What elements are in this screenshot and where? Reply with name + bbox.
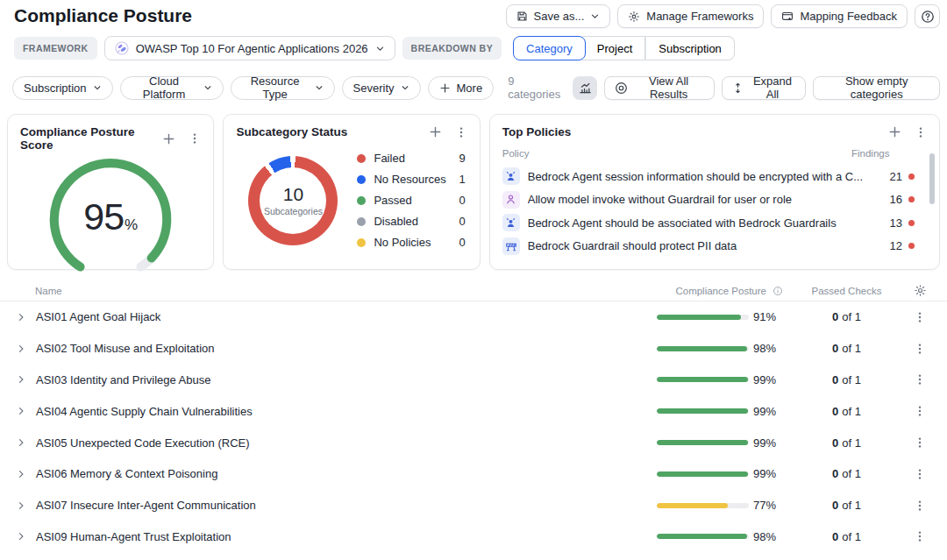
- score-value: 95: [83, 195, 124, 238]
- posture-percent: 98%: [753, 530, 783, 543]
- row-menu-icon[interactable]: [914, 405, 926, 417]
- chevron-right-icon[interactable]: [16, 437, 26, 448]
- save-as-button[interactable]: Save as...: [506, 4, 611, 28]
- passed-checks: 0of 1: [794, 499, 900, 512]
- policy-row[interactable]: Bedrock Agent session information should…: [502, 165, 927, 188]
- table-row[interactable]: ASI10 Rogue Agents 99% 0of 1: [0, 552, 947, 560]
- help-button[interactable]: [915, 4, 940, 28]
- chevron-right-icon[interactable]: [16, 531, 26, 542]
- legend-dot: [357, 196, 366, 205]
- show-empty-categories-button[interactable]: Show empty categories: [813, 76, 940, 100]
- row-menu-icon[interactable]: [914, 373, 926, 386]
- chevron-right-icon[interactable]: [16, 312, 26, 323]
- tab-subscription[interactable]: Subscription: [645, 36, 735, 60]
- mapping-feedback-button[interactable]: Mapping Feedback: [771, 4, 908, 28]
- add-widget-icon[interactable]: [888, 125, 901, 138]
- chevron-right-icon[interactable]: [16, 469, 26, 479]
- chevron-down-icon: [315, 83, 324, 92]
- score-gauge: 95 %: [20, 155, 201, 272]
- filter-bar: Subscription Cloud Platform Resource Typ…: [0, 60, 947, 101]
- column-passed-checks[interactable]: Passed Checks: [794, 286, 900, 296]
- framework-select[interactable]: OWASP Top 10 For Agentic Applications 20…: [104, 36, 395, 60]
- chevron-right-icon[interactable]: [16, 406, 26, 416]
- add-widget-icon[interactable]: [162, 132, 175, 145]
- row-menu-icon[interactable]: [914, 500, 926, 512]
- framework-label: FRAMEWORK: [14, 37, 97, 60]
- row-menu-icon[interactable]: [914, 436, 926, 449]
- info-icon[interactable]: [773, 286, 783, 296]
- filter-subscription[interactable]: Subscription: [12, 76, 113, 100]
- card-menu-icon[interactable]: [455, 126, 467, 138]
- posture-progress-bar: [657, 503, 749, 508]
- passed-checks: 0of 1: [794, 436, 900, 450]
- table-row[interactable]: ASI07 Insecure Inter-Agent Communication…: [0, 490, 947, 521]
- posture-progress-bar: [657, 534, 749, 539]
- filter-cloud-platform[interactable]: Cloud Platform: [120, 76, 224, 100]
- card-menu-icon[interactable]: [915, 126, 927, 138]
- view-all-results-button[interactable]: View All Results: [604, 76, 715, 100]
- scrollbar-thumb[interactable]: [929, 153, 935, 204]
- row-menu-icon[interactable]: [914, 468, 926, 480]
- posture-progress-bar: [657, 408, 749, 414]
- legend-dot: [357, 154, 366, 163]
- expand-all-button[interactable]: Expand All: [722, 76, 807, 100]
- chevron-down-icon: [590, 11, 600, 21]
- categories-count: 9 categories: [508, 74, 563, 101]
- chevron-right-icon[interactable]: [16, 374, 26, 385]
- table-row[interactable]: ASI03 Identity and Privilege Abuse 99% 0…: [0, 365, 947, 396]
- filter-severity[interactable]: Severity: [342, 76, 421, 100]
- guardrail-icon: [502, 237, 520, 255]
- policy-row[interactable]: Bedrock Guardrail should protect PII dat…: [502, 235, 927, 259]
- legend-item[interactable]: No Policies 0: [357, 236, 465, 249]
- posture-progress-bar: [657, 315, 749, 320]
- manage-frameworks-button[interactable]: Manage Frameworks: [617, 4, 764, 28]
- feedback-icon: [781, 11, 794, 23]
- passed-checks: 0of 1: [794, 405, 900, 418]
- row-menu-icon[interactable]: [914, 311, 926, 323]
- legend-item[interactable]: Failed 9: [357, 152, 465, 165]
- legend-item[interactable]: No Resources 1: [357, 173, 465, 186]
- passed-checks: 0of 1: [794, 373, 900, 386]
- save-icon: [516, 11, 528, 22]
- category-name: ASI09 Human-Agent Trust Exploitation: [36, 530, 231, 543]
- posture-progress-bar: [657, 377, 749, 382]
- table-settings-icon[interactable]: [914, 284, 927, 297]
- page-title: Compliance Posture: [14, 4, 192, 26]
- table-row[interactable]: ASI01 Agent Goal Hijack 91% 0of 1: [0, 301, 947, 333]
- column-compliance-posture[interactable]: Compliance Posture: [614, 286, 794, 296]
- owasp-logo-icon: [115, 41, 129, 55]
- filter-resource-type[interactable]: Resource Type: [231, 76, 335, 100]
- policy-row[interactable]: Allow model invoke without Guardrail for…: [502, 188, 927, 212]
- table-row[interactable]: ASI02 Tool Misuse and Exploitation 98% 0…: [0, 333, 947, 365]
- passed-checks: 0of 1: [794, 310, 900, 323]
- table-row[interactable]: ASI09 Human-Agent Trust Exploitation 98%…: [0, 521, 947, 553]
- chart-view-toggle[interactable]: [573, 76, 596, 100]
- card-title: Compliance Posture Score: [20, 125, 162, 152]
- row-menu-icon[interactable]: [914, 530, 926, 542]
- tab-project[interactable]: Project: [582, 36, 645, 60]
- add-widget-icon[interactable]: [429, 125, 442, 138]
- tab-category[interactable]: Category: [513, 36, 586, 60]
- legend-item[interactable]: Disabled 0: [357, 215, 465, 228]
- subcategory-status-card: Subcategory Status 10 Subcategories Fail…: [223, 114, 480, 270]
- posture-percent: 98%: [753, 342, 783, 355]
- posture-percent: 99%: [753, 436, 783, 450]
- column-name[interactable]: Name: [0, 286, 614, 296]
- category-name: ASI06 Memory & Context Poisoning: [36, 467, 217, 480]
- row-menu-icon[interactable]: [914, 343, 926, 355]
- card-menu-icon[interactable]: [189, 132, 201, 145]
- posture-progress-bar: [657, 346, 749, 351]
- eye-icon: [615, 82, 628, 95]
- chevron-right-icon[interactable]: [16, 500, 26, 511]
- chevron-right-icon[interactable]: [16, 344, 26, 354]
- table-row[interactable]: ASI04 Agentic Supply Chain Vulnerabiliti…: [0, 395, 947, 427]
- filter-more[interactable]: More: [428, 76, 495, 100]
- summary-cards: Compliance Posture Score 95 % Subcategor…: [0, 101, 947, 270]
- table-row[interactable]: ASI05 Unexpected Code Execution (RCE) 99…: [0, 427, 947, 458]
- category-name: ASI01 Agent Goal Hijack: [36, 310, 160, 323]
- legend-item[interactable]: Passed 0: [357, 194, 465, 207]
- breakdown-label: BREAKDOWN BY: [402, 37, 502, 60]
- score-unit: %: [125, 216, 138, 234]
- table-row[interactable]: ASI06 Memory & Context Poisoning 99% 0of…: [0, 458, 947, 490]
- policy-row[interactable]: Bedrock Agent should be associated with …: [502, 211, 927, 235]
